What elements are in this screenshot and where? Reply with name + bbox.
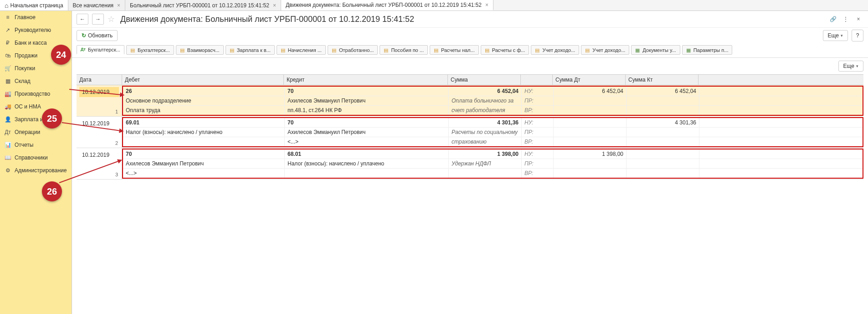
kebab-icon[interactable]: ⋮ [841,14,851,24]
dt-cell [554,118,627,127]
close-icon[interactable]: × [273,2,276,9]
favorite-icon[interactable] [108,14,115,24]
grid-header: Дата Дебет Кредит Сумма Сумма Дт Сумма К… [77,75,863,85]
tab-home-label: Начальная страница [10,2,63,9]
subtab-benefits[interactable]: Пособия по ... [380,45,428,55]
debit-cell: Основное подразделение [123,96,285,105]
close-icon[interactable]: × [485,2,488,8]
subtab-fund-calc[interactable]: Расчеты с ф... [481,45,529,55]
subtab-salary-pay[interactable]: Зарплата к в... [226,45,275,55]
kt-cell [627,149,699,159]
col-date[interactable]: Дата [77,75,122,85]
sidebar-item-admin[interactable]: ⚙Администрирование [0,164,72,177]
summa-cell: Расчеты по социальному [449,128,522,137]
kt-cell [627,106,699,115]
table-row[interactable]: 10.12.201937068.011 398,00НУ:1 398,00Ахи… [77,148,863,180]
subtab-tax-calc[interactable]: Расчеты нал... [430,45,479,55]
dt-cell [554,159,627,168]
row-number: 3 [115,172,119,177]
refresh-label: Обновить [88,32,113,39]
summa-cell: 1 398,00 [449,149,522,159]
tab-accruals[interactable]: Все начисления × [68,0,126,10]
forward-button[interactable]: → [92,14,104,25]
subtab-accounting-2[interactable]: Бухгалтерск... [126,45,174,55]
accounting-grid: Дата Дебет Кредит Сумма Сумма Дт Сумма К… [77,74,863,180]
table-row[interactable]: 10.12.2019126706 452,04НУ:6 452,046 452,… [77,85,863,117]
action-row: Обновить Еще ? [72,28,868,45]
register-tabs: Бухгалтерск... Бухгалтерск... Взаиморасч… [72,45,868,58]
debit-cell [123,137,285,146]
annotation-25: 25 [42,108,62,129]
subtab-income-1[interactable]: Учет доходо... [531,45,579,55]
refresh-icon [82,32,86,39]
sidebar-item-main[interactable]: ≡Главное [0,11,72,24]
subtab-accounting-1[interactable]: Бухгалтерск... [77,45,124,55]
label-cell: ПР: [522,96,554,105]
link-icon[interactable]: 🔗 [828,14,838,24]
tab-movements[interactable]: Движения документа: Больничный лист УРБП… [281,0,493,10]
dt-cell [554,106,627,115]
label-cell: ВР: [522,137,554,146]
tab-sick-leave[interactable]: Больничный лист УРБП-000001 от 10.12.201… [125,0,281,10]
col-credit[interactable]: Кредит [284,75,448,85]
grid-more-button[interactable]: Еще [838,61,863,72]
dt-cell [554,128,627,137]
dtk-icon: Дт [5,129,11,135]
credit-cell: пп.48.1, ст.264 НК РФ [285,106,449,115]
debit-cell: 69.01 [123,118,285,127]
kt-cell: 4 301,36 [627,118,699,127]
sidebar-item-reports[interactable]: 📊Отчеты [0,139,72,151]
back-button[interactable]: ← [77,14,88,25]
dt-cell: 1 398,00 [554,149,627,159]
label-cell: НУ: [522,149,554,159]
table-icon [485,47,490,53]
subtab-documents[interactable]: Документы у... [631,45,680,55]
close-icon[interactable]: × [853,14,863,24]
sidebar-item-production[interactable]: 🏭Производство [0,88,72,100]
tab-home[interactable]: Начальная страница [0,0,68,10]
factory-icon: 🏭 [5,91,11,97]
sidebar-item-assets[interactable]: 🚚ОС и НМА [0,100,72,113]
sidebar-label: ОС и НМА [15,103,41,110]
sidebar-item-manager[interactable]: ↗Руководителю [0,24,72,36]
subtab-worked[interactable]: Отработанно... [328,45,378,55]
sidebar-item-directories[interactable]: 📖Справочники [0,151,72,164]
col-summa-kt[interactable]: Сумма Кт [626,75,699,85]
debit-cell: 26 [123,87,285,96]
label-cell: ВР: [522,106,554,115]
subtab-income-2[interactable]: Учет доходо... [581,45,629,55]
sidebar-label: Администрирование [15,167,67,174]
credit-cell: <...> [285,137,449,146]
book-icon: 📖 [5,154,11,161]
subtab-accruals[interactable]: Начисления ... [277,45,326,55]
home-icon [5,2,8,9]
subtab-settlements[interactable]: Взаиморасч... [176,45,224,55]
kt-cell [627,96,699,105]
sidebar-item-operations[interactable]: ДтОперации [0,126,72,139]
label-cell: ПР: [522,159,554,168]
annotation-24: 24 [51,45,71,65]
more-button[interactable]: Еще [823,30,848,41]
ruble-icon: ₽ [5,40,11,46]
credit-cell: 70 [285,118,449,127]
sidebar-item-warehouse[interactable]: ▦Склад [0,75,72,88]
table-icon [384,47,389,53]
col-summa-dt[interactable]: Сумма Дт [553,75,626,85]
refresh-button[interactable]: Обновить [77,30,118,41]
summa-cell: 6 452,04 [449,87,522,96]
col-debit[interactable]: Дебет [122,75,284,85]
tab-label: Все начисления [73,2,114,9]
menu-icon: ≡ [5,14,11,21]
subtab-params[interactable]: Параметры п... [682,45,733,55]
kt-cell [627,128,699,137]
help-button[interactable]: ? [852,30,863,41]
kt-cell [627,169,699,178]
chart-icon: ↗ [5,27,11,33]
col-summa[interactable]: Сумма [448,75,521,85]
summa-cell: страхованию [449,137,522,146]
gear-icon: ⚙ [5,167,11,174]
close-icon[interactable]: × [117,2,120,9]
page-title: Движения документа: Больничный лист УРБП… [120,15,414,24]
sidebar-label: Покупки [15,65,35,72]
table-row[interactable]: 10.12.2019269.01704 301,36НУ:4 301,36Нал… [77,117,863,148]
